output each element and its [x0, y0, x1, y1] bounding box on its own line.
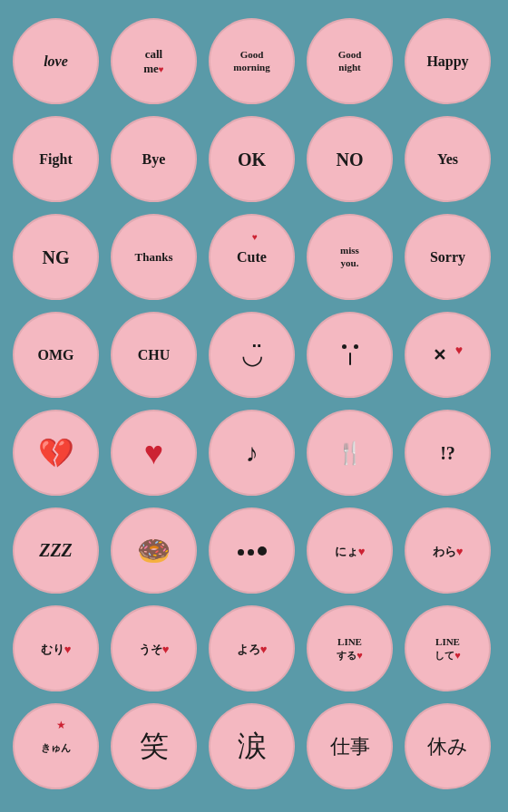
sticker-happy[interactable]: Happy: [405, 18, 491, 104]
sticker-label: 🍴: [337, 440, 364, 466]
sticker-label: NG: [43, 246, 70, 268]
sticker-sorry[interactable]: Sorry: [405, 214, 491, 300]
sticker-cute[interactable]: ♥ Cute: [209, 214, 295, 300]
sticker-omg[interactable]: OMG: [13, 312, 99, 398]
sticker-label: ◡̈: [241, 340, 263, 370]
sticker-label: 仕事: [330, 733, 370, 760]
sticker-label: 笑: [140, 727, 169, 767]
sticker-yes[interactable]: Yes: [405, 116, 491, 202]
sticker-three-dots[interactable]: [209, 508, 295, 594]
sticker-label: 涙: [238, 727, 267, 767]
sticker-label: OMG: [38, 346, 74, 363]
sticker-namida[interactable]: 涙: [209, 703, 295, 789]
sticker-xo[interactable]: ✕ ♥: [405, 312, 491, 398]
sticker-shigoto[interactable]: 仕事: [307, 703, 393, 789]
sticker-label: Happy: [426, 53, 468, 70]
sticker-label: ✕ ♥: [433, 345, 463, 365]
sticker-good-morning[interactable]: Good morning: [209, 18, 295, 104]
sticker-label: Yes: [437, 150, 458, 168]
sticker-label: わら♥: [433, 543, 464, 559]
sticker-yoro[interactable]: よろ♥: [209, 605, 295, 691]
sticker-no[interactable]: NO: [307, 116, 393, 202]
sticker-fight[interactable]: Fight: [13, 116, 99, 202]
sticker-label: うそ♥: [139, 641, 170, 657]
sticker-label: CHU: [138, 346, 171, 363]
sticker-label: Good night: [338, 49, 362, 72]
sticker-label: Thanks: [135, 250, 173, 265]
sticker-miss-you[interactable]: miss you.: [307, 214, 393, 300]
sticker-wara[interactable]: わら♥: [405, 508, 491, 594]
sticker-smile[interactable]: ◡̈: [209, 312, 295, 398]
sticker-line-shite[interactable]: LINE して♥: [405, 605, 491, 691]
sticker-label: !?: [440, 442, 455, 464]
sticker-call-me[interactable]: call me♥: [111, 18, 197, 104]
sticker-love[interactable]: love: [13, 18, 99, 104]
sticker-label: よろ♥: [237, 641, 268, 657]
sticker-zzz[interactable]: ZZZ: [13, 508, 99, 594]
sticker-fork-knife[interactable]: 🍴: [307, 410, 393, 496]
sticker-thanks[interactable]: Thanks: [111, 214, 197, 300]
sticker-broken-heart[interactable]: 💔: [13, 410, 99, 496]
sticker-red-heart[interactable]: ♥: [111, 410, 197, 496]
sticker-label: ♪: [246, 439, 259, 468]
sticker-dot-face[interactable]: [307, 312, 393, 398]
sticker-label: miss you.: [340, 245, 359, 268]
sticker-grid: love call me♥ Good morning Good night Ha…: [0, 0, 508, 812]
sticker-label: call me♥: [143, 47, 164, 75]
sticker-label: 💔: [38, 436, 74, 470]
sticker-warai[interactable]: 笑: [111, 703, 197, 789]
sticker-label: ★ きゅん: [41, 739, 71, 755]
sticker-label: NO: [337, 149, 364, 170]
sticker-label: Fight: [39, 150, 72, 168]
sticker-muri[interactable]: むり♥: [13, 605, 99, 691]
sticker-niyo[interactable]: にょ♥: [307, 508, 393, 594]
sticker-ok[interactable]: OK: [209, 116, 295, 202]
sticker-label: [342, 344, 358, 365]
sticker-yasumi[interactable]: 休み: [405, 703, 491, 789]
sticker-label: Good morning: [233, 49, 269, 72]
sticker-label: love: [44, 53, 68, 70]
sticker-label: OK: [238, 149, 266, 170]
sticker-line-suru[interactable]: LINE する♥: [307, 605, 393, 691]
sticker-label: ZZZ: [39, 540, 73, 561]
sticker-music[interactable]: ♪: [209, 410, 295, 496]
sticker-bye[interactable]: Bye: [111, 116, 197, 202]
sticker-ng[interactable]: NG: [13, 214, 99, 300]
sticker-label: LINE する♥: [337, 635, 363, 662]
sticker-label: 🍩: [137, 535, 171, 566]
sticker-chu[interactable]: CHU: [111, 312, 197, 398]
sticker-kyun[interactable]: ★ きゅん: [13, 703, 99, 789]
sticker-good-night[interactable]: Good night: [307, 18, 393, 104]
sticker-swirl[interactable]: 🍩: [111, 508, 197, 594]
sticker-label: LINE して♥: [435, 635, 461, 662]
sticker-label: むり♥: [41, 641, 72, 657]
sticker-label: にょ♥: [335, 543, 366, 559]
sticker-exclaim-question[interactable]: !?: [405, 410, 491, 496]
sticker-uso[interactable]: うそ♥: [111, 605, 197, 691]
sticker-label: ♥ Cute: [237, 248, 267, 266]
sticker-label: Sorry: [430, 248, 465, 266]
sticker-label: 休み: [427, 733, 468, 760]
sticker-label: [238, 546, 267, 556]
sticker-label: Bye: [142, 150, 166, 168]
sticker-label: ♥: [144, 434, 163, 472]
